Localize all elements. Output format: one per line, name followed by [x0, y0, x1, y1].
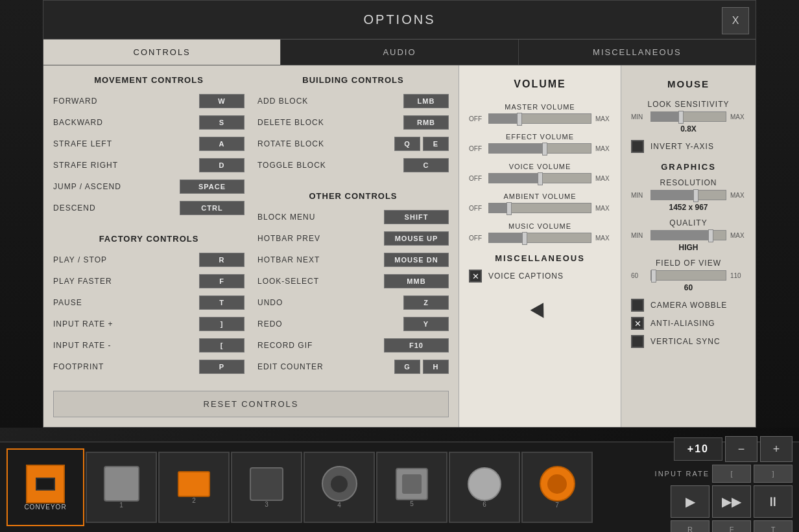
control-row-record-gif: RECORD GIF F10 — [257, 338, 449, 353]
label-footprint: FOOTPRINT — [53, 362, 104, 371]
key-input-rate-minus[interactable]: [ — [199, 338, 244, 353]
effect-volume-fill — [489, 144, 545, 153]
fov-track[interactable] — [650, 270, 726, 281]
key-undo[interactable]: Z — [403, 295, 449, 310]
key-play-stop[interactable]: R — [199, 253, 244, 267]
hotbar-item-3[interactable]: 3 — [231, 452, 302, 523]
voice-volume-thumb — [538, 172, 543, 185]
voice-captions-checkbox[interactable] — [469, 270, 482, 283]
voice-volume-track[interactable] — [488, 173, 591, 183]
key-redo[interactable]: Y — [403, 317, 449, 331]
camera-wobble-checkbox[interactable] — [631, 299, 644, 312]
cursor-icon — [530, 299, 550, 318]
quality-value: HIGH — [631, 243, 746, 252]
close-button[interactable]: X — [722, 7, 749, 34]
key-pause[interactable]: T — [199, 295, 244, 310]
key-strafe-left[interactable]: A — [199, 137, 244, 151]
label-jump: JUMP / ASCEND — [53, 182, 121, 191]
key-rotate-e[interactable]: E — [423, 137, 449, 151]
key-hotbar-prev[interactable]: MOUSE UP — [384, 231, 449, 246]
control-row-rotate-block: ROTATE BLOCK Q E — [257, 137, 449, 151]
key-look-select[interactable]: MMB — [384, 274, 449, 288]
ambient-volume-track[interactable] — [488, 203, 591, 213]
volume-title: VOLUME — [469, 78, 611, 90]
control-row-footprint: FOOTPRINT P — [53, 360, 244, 374]
key-play-faster[interactable]: F — [199, 274, 244, 288]
hotbar-item-4[interactable]: 4 — [304, 452, 375, 523]
shortcut-r: R — [671, 520, 710, 532]
tab-miscellaneous[interactable]: MISCELLANEOUS — [519, 40, 756, 65]
pause-button[interactable]: ⏸ — [754, 485, 793, 518]
music-volume-track[interactable] — [488, 233, 591, 243]
key-strafe-right[interactable]: D — [199, 158, 244, 172]
control-row-pause: PAUSE T — [53, 295, 244, 310]
hotbar-item-7[interactable]: 7 — [521, 452, 593, 523]
key-delete-block[interactable]: RMB — [403, 115, 449, 130]
master-volume-fill — [489, 114, 519, 123]
fast-forward-button[interactable]: ▶▶ — [712, 485, 751, 518]
look-sens-max: MAX — [730, 113, 746, 121]
quality-track[interactable] — [650, 230, 726, 240]
anti-aliasing-checkbox[interactable] — [631, 317, 644, 330]
resolution-track[interactable] — [650, 190, 726, 200]
tab-audio[interactable]: AUDIO — [281, 40, 518, 65]
movement-title: MOVEMENT CONTROLS — [53, 75, 244, 85]
master-volume-label: MASTER VOLUME — [469, 103, 611, 111]
cursor-area — [469, 289, 611, 328]
effect-volume-track[interactable] — [488, 143, 591, 154]
master-volume-track[interactable] — [488, 113, 591, 124]
modal-tabs: CONTROLS AUDIO MISCELLANEOUS — [43, 40, 756, 65]
label-edit-counter: EDIT COUNTER — [257, 362, 324, 371]
key-edit-counter-h[interactable]: H — [423, 360, 449, 374]
invert-y-checkbox[interactable] — [631, 140, 644, 153]
resolution-thumb — [693, 189, 698, 202]
quality-slider-row: MIN MAX — [631, 230, 746, 240]
effect-vol-max: MAX — [595, 145, 611, 152]
conveyor-label: CONVEYOR — [24, 503, 66, 511]
misc-panel: MOUSE LOOK SENSITIVITY MIN MAX 0.8X INVE… — [621, 65, 756, 427]
key-backward[interactable]: S — [199, 115, 244, 130]
key-rotate-q[interactable]: Q — [394, 137, 420, 151]
options-modal: OPTIONS X CONTROLS AUDIO MISCELLANEOUS M… — [43, 0, 756, 428]
graphics-section: GRAPHICS RESOLUTION MIN MAX 1452 x 967 Q… — [631, 162, 746, 348]
modal-overlay: OPTIONS X CONTROLS AUDIO MISCELLANEOUS M… — [0, 0, 799, 441]
hotbar-item-1[interactable]: 1 — [86, 452, 157, 523]
control-row-redo: REDO Y — [257, 317, 449, 331]
key-footprint[interactable]: P — [199, 360, 244, 374]
quality-thumb — [708, 229, 713, 242]
key-hotbar-next[interactable]: MOUSE DN — [384, 253, 449, 267]
tab-controls[interactable]: CONTROLS — [43, 40, 281, 65]
key-add-block[interactable]: LMB — [403, 94, 449, 108]
hotbar-item-conveyor[interactable]: CONVEYOR — [6, 448, 84, 526]
rate-minus-button[interactable]: − — [725, 436, 757, 462]
key-record-gif[interactable]: F10 — [384, 338, 449, 353]
controls-panel: MOVEMENT CONTROLS FORWARD W BACKWARD S S… — [43, 65, 459, 427]
vertical-sync-checkbox[interactable] — [631, 335, 644, 348]
key-forward[interactable]: W — [199, 94, 244, 108]
hotbar-item-6[interactable]: 6 — [449, 452, 520, 523]
key-block-menu[interactable]: SHIFT — [384, 210, 449, 224]
hotbar-item-2[interactable]: 2 — [158, 452, 230, 523]
key-toggle-block[interactable]: C — [403, 158, 449, 172]
control-row-edit-counter: EDIT COUNTER G H — [257, 360, 449, 374]
bottom-bar: CONVEYOR 1 2 3 4 5 — [0, 441, 799, 532]
look-sensitivity-value: 0.8X — [631, 124, 746, 133]
key-input-rate-plus[interactable]: ] — [199, 317, 244, 331]
shortcut-row-playback: R F T — [671, 520, 793, 532]
other-title: OTHER CONTROLS — [257, 191, 449, 201]
hotbar-item-5[interactable]: 5 — [376, 452, 447, 523]
qual-max: MAX — [730, 232, 746, 239]
rate-plus-button[interactable]: + — [760, 436, 793, 462]
block-4-icon — [322, 466, 357, 502]
key-descend[interactable]: CTRL — [180, 201, 244, 215]
fov-thumb — [651, 270, 656, 283]
key-jump[interactable]: SPACE — [180, 179, 244, 194]
look-sensitivity-track[interactable] — [650, 111, 726, 122]
effect-volume-row: EFFECT VOLUME OFF MAX — [469, 133, 611, 154]
master-volume-row: MASTER VOLUME OFF MAX — [469, 103, 611, 124]
reset-controls-button[interactable]: RESET CONTROLS — [53, 391, 449, 417]
key-edit-counter-g[interactable]: G — [394, 360, 420, 374]
resolution-value: 1452 x 967 — [631, 203, 746, 212]
item-number-3: 3 — [265, 501, 268, 508]
play-button[interactable]: ▶ — [671, 485, 710, 518]
